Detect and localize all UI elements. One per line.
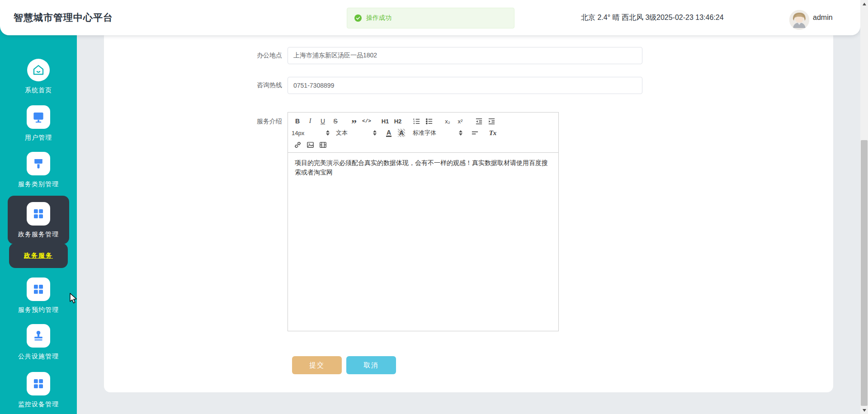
- picker-arrows-icon: [326, 130, 330, 136]
- picker-arrows-icon: [459, 130, 462, 136]
- editor-content[interactable]: 项目的完美演示必须配合真实的数据体现，会有不一样的观感！真实数据取材请使用百度搜…: [288, 153, 558, 183]
- image-icon[interactable]: [304, 139, 316, 150]
- superscript-button[interactable]: x²: [454, 116, 466, 127]
- header-1-button[interactable]: H1: [379, 116, 391, 127]
- header-2-button[interactable]: H2: [392, 116, 404, 127]
- heading-value: 文本: [336, 129, 348, 137]
- outdent-icon[interactable]: [473, 116, 485, 127]
- sidebar-item-label: 用户管理: [0, 134, 77, 142]
- success-check-icon: [354, 14, 362, 22]
- sidebar-item-public-facility[interactable]: 公共设施管理: [0, 324, 77, 361]
- subscript-button[interactable]: x₂: [442, 116, 453, 127]
- avatar[interactable]: [789, 10, 809, 30]
- sidebar-item-label: 服务类别管理: [0, 180, 77, 188]
- submit-button[interactable]: 提交: [292, 356, 342, 374]
- bold-button[interactable]: B: [292, 116, 303, 127]
- grid-icon: [27, 372, 50, 395]
- font-family-picker[interactable]: 标准字体: [413, 127, 462, 138]
- form-row-service-intro: 服务介绍 B I U S ” </> H1 H2: [104, 112, 559, 331]
- font-family-value: 标准字体: [413, 129, 436, 137]
- clear-format-button[interactable]: Tx: [487, 127, 499, 138]
- sidebar-item-home[interactable]: 系统首页: [0, 59, 77, 94]
- field-label: 咨询热线: [104, 81, 288, 89]
- submenu-label: 政务服务: [24, 252, 53, 260]
- cancel-button[interactable]: 取消: [346, 356, 396, 374]
- office-address-input[interactable]: [288, 47, 642, 64]
- content-panel: 办公地点 咨询热线 服务介绍 B I U S ” </>: [104, 35, 833, 392]
- ordered-list-icon[interactable]: [410, 116, 422, 127]
- brush-icon: [27, 152, 50, 175]
- blockquote-button[interactable]: ”: [348, 116, 360, 127]
- sidebar-item-service-category[interactable]: 服务类别管理: [0, 152, 77, 188]
- sidebar-item-users[interactable]: 用户管理: [0, 105, 77, 142]
- code-block-button[interactable]: </>: [361, 116, 373, 127]
- strikethrough-button[interactable]: S: [330, 116, 341, 127]
- sidebar-item-label: 公共设施管理: [0, 353, 77, 361]
- scroll-down-icon[interactable]: [860, 406, 868, 414]
- stamp-icon: [27, 324, 50, 348]
- field-label: 服务介绍: [104, 112, 288, 331]
- grid-icon: [27, 202, 50, 226]
- indent-icon[interactable]: [486, 116, 497, 127]
- sidebar-item-label: 服务预约管理: [0, 306, 77, 314]
- bullet-list-icon[interactable]: [423, 116, 435, 127]
- page-title: 智慧城市管理中心平台: [14, 0, 113, 35]
- font-size-picker[interactable]: 14px: [292, 127, 330, 138]
- form-row-hotline: 咨询热线: [104, 77, 642, 94]
- home-icon: [27, 59, 50, 81]
- hotline-input[interactable]: [288, 77, 642, 94]
- sidebar-item-gov-service-mgmt[interactable]: 政务服务管理: [8, 196, 69, 244]
- form-actions: 提交 取消: [292, 356, 396, 374]
- sidebar-item-reservation-mgmt[interactable]: 服务预约管理: [0, 278, 77, 314]
- sidebar: 系统首页 用户管理 服务类别管理 政务服务管理: [0, 0, 77, 414]
- sidebar-item-label: 系统首页: [0, 86, 77, 94]
- sidebar-item-label: 监控设备管理: [0, 400, 77, 409]
- link-icon[interactable]: [292, 139, 303, 150]
- align-icon[interactable]: [469, 127, 481, 138]
- text-color-button[interactable]: A: [383, 127, 395, 138]
- editor-toolbar: B I U S ” </> H1 H2: [288, 113, 558, 153]
- underline-button[interactable]: U: [317, 116, 329, 127]
- sidebar-item-label: 政务服务管理: [8, 231, 69, 239]
- font-size-value: 14px: [292, 130, 304, 136]
- italic-button[interactable]: I: [304, 116, 316, 127]
- video-icon[interactable]: [317, 139, 329, 150]
- username-text[interactable]: admin: [813, 0, 833, 35]
- sidebar-item-monitor-device[interactable]: 监控设备管理: [0, 372, 77, 409]
- scrollbar-thumb[interactable]: [861, 140, 868, 406]
- monitor-icon: [27, 105, 50, 129]
- success-toast: 操作成功: [347, 8, 514, 28]
- rich-text-editor: B I U S ” </> H1 H2: [288, 112, 559, 331]
- vertical-scrollbar[interactable]: [860, 0, 868, 414]
- field-label: 办公地点: [104, 52, 288, 60]
- form-row-office-address: 办公地点: [104, 47, 642, 64]
- sidebar-submenu-gov-service[interactable]: 政务服务: [9, 243, 68, 268]
- picker-arrows-icon: [373, 130, 377, 136]
- weather-info: 北京 2.4° 晴 西北风 3级: [581, 0, 656, 35]
- scroll-up-icon[interactable]: [860, 0, 868, 8]
- background-color-button[interactable]: A: [396, 127, 407, 138]
- datetime-text: 2025-02-23 13:46:24: [656, 0, 724, 35]
- toast-message: 操作成功: [366, 14, 392, 22]
- grid-icon: [27, 278, 50, 301]
